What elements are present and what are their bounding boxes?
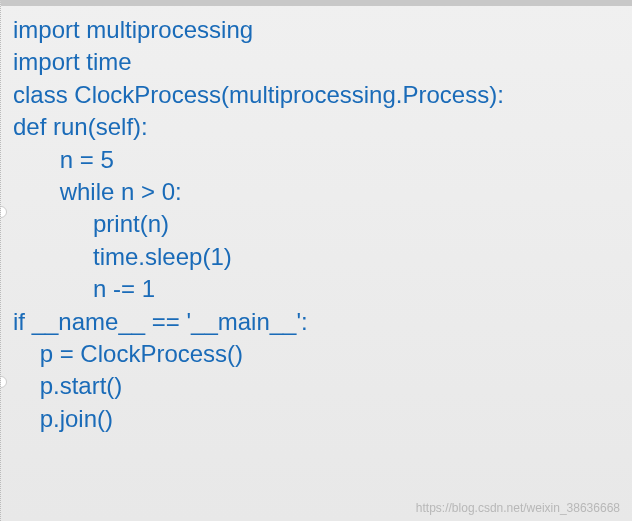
code-block: import multiprocessing import time class…: [13, 14, 620, 435]
code-line: class ClockProcess(multiprocessing.Proce…: [13, 79, 620, 111]
gutter-marker: [0, 376, 7, 388]
code-line: def run(self):: [13, 111, 620, 143]
code-line: while n > 0:: [13, 176, 620, 208]
code-line: if __name__ == '__main__':: [13, 306, 620, 338]
code-line: n -= 1: [13, 273, 620, 305]
code-line: p = ClockProcess(): [13, 338, 620, 370]
code-line: time.sleep(1): [13, 241, 620, 273]
code-line: import time: [13, 46, 620, 78]
watermark-text: https://blog.csdn.net/weixin_38636668: [416, 501, 620, 515]
gutter-marker: [0, 206, 7, 218]
code-line: print(n): [13, 208, 620, 240]
code-line: p.join(): [13, 403, 620, 435]
code-line: n = 5: [13, 144, 620, 176]
code-line: p.start(): [13, 370, 620, 402]
code-line: import multiprocessing: [13, 14, 620, 46]
